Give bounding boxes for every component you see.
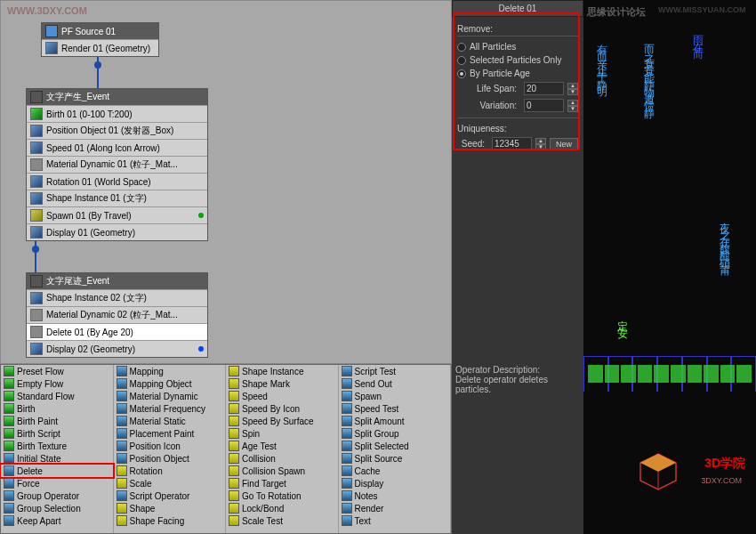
palette-op-collision[interactable]: Collision bbox=[226, 452, 338, 465]
op-icon bbox=[4, 490, 14, 501]
op-name: Scale bbox=[130, 479, 152, 489]
op-name: Split Amount bbox=[355, 417, 405, 426]
op-render[interactable]: Render 01 (Geometry) bbox=[42, 39, 158, 56]
palette-op-mapping-object[interactable]: Mapping Object bbox=[114, 377, 226, 390]
op-icon bbox=[117, 453, 127, 464]
palette-op-delete[interactable]: Delete bbox=[1, 465, 113, 477]
node-event1[interactable]: 文字产生_Event Birth 01 (0-100 T:200) Positi… bbox=[26, 88, 208, 241]
palette-op-split-amount[interactable]: Split Amount bbox=[339, 415, 451, 427]
palette-op-scale-test[interactable]: Scale Test bbox=[226, 514, 338, 527]
palette-op-standard-flow[interactable]: Standard Flow bbox=[1, 390, 113, 402]
node-canvas[interactable]: PF Source 01 Render 01 (Geometry) 文字产生_E… bbox=[0, 0, 452, 364]
palette-op-speed[interactable]: Speed bbox=[226, 390, 338, 402]
op-rotation[interactable]: Rotation 01 (World Space) bbox=[27, 173, 207, 190]
palette-op-keep-apart[interactable]: Keep Apart bbox=[1, 514, 113, 527]
palette-op-group-selection[interactable]: Group Selection bbox=[1, 502, 113, 514]
palette-op-initial-state[interactable]: Initial State bbox=[1, 452, 113, 465]
op-display[interactable]: Display 01 (Geometry) bbox=[27, 223, 207, 240]
op-icon bbox=[229, 515, 239, 526]
op-name: Shape bbox=[130, 504, 156, 514]
watermark: WWW.3DXY.COM bbox=[7, 5, 87, 16]
node-title[interactable]: 文字产生_Event bbox=[27, 89, 207, 105]
palette-op-birth-script[interactable]: Birth Script bbox=[1, 427, 113, 440]
op-icon bbox=[229, 453, 239, 464]
op-shape2[interactable]: Shape Instance 02 (文字) bbox=[27, 289, 207, 306]
op-icon bbox=[117, 503, 127, 514]
palette-op-mapping[interactable]: Mapping bbox=[114, 365, 226, 377]
op-name: Standard Flow bbox=[17, 392, 74, 401]
palette-op-preset-flow[interactable]: Preset Flow bbox=[1, 365, 113, 377]
palette-op-spin[interactable]: Spin bbox=[226, 427, 338, 440]
palette-op-force[interactable]: Force bbox=[1, 477, 113, 490]
palette-op-birth-texture[interactable]: Birth Texture bbox=[1, 440, 113, 452]
palette-op-collision-spawn[interactable]: Collision Spawn bbox=[226, 465, 338, 477]
palette-op-material-static[interactable]: Material Static bbox=[114, 415, 226, 427]
palette-op-shape-instance[interactable]: Shape Instance bbox=[226, 365, 338, 377]
palette-op-script-operator[interactable]: Script Operator bbox=[114, 490, 226, 502]
palette-op-go-to-rotation[interactable]: Go To Rotation bbox=[226, 490, 338, 502]
palette-op-scale[interactable]: Scale bbox=[114, 477, 226, 490]
output-dot[interactable] bbox=[198, 346, 204, 352]
palette-op-split-selected[interactable]: Split Selected bbox=[339, 440, 451, 452]
palette-op-split-source[interactable]: Split Source bbox=[339, 452, 451, 465]
palette-op-display[interactable]: Display bbox=[339, 477, 451, 490]
palette-op-rotation[interactable]: Rotation bbox=[114, 465, 226, 477]
palette-op-render[interactable]: Render bbox=[339, 502, 451, 514]
op-icon bbox=[342, 503, 352, 514]
palette-op-material-dynamic[interactable]: Material Dynamic bbox=[114, 390, 226, 402]
op-shape[interactable]: Shape Instance 01 (文字) bbox=[27, 190, 207, 206]
op-display2[interactable]: Display 02 (Geometry) bbox=[27, 340, 207, 357]
palette-op-group-operator[interactable]: Group Operator bbox=[1, 490, 113, 502]
node-event2[interactable]: 文字尾迹_Event Shape Instance 02 (文字) Materi… bbox=[26, 272, 208, 358]
output-dot[interactable] bbox=[198, 213, 204, 218]
op-material2[interactable]: Material Dynamic 02 (粒子_Mat... bbox=[27, 306, 207, 323]
palette-op-find-target[interactable]: Find Target bbox=[226, 477, 338, 490]
palette-op-speed-by-icon[interactable]: Speed By Icon bbox=[226, 402, 338, 415]
palette-op-text[interactable]: Text bbox=[339, 514, 451, 527]
op-delete[interactable]: Delete 01 (By Age 20) bbox=[27, 323, 207, 340]
viewport-3d[interactable]: 雨在而 有而亲止于静明 而之蓑蓑能静物遁馈静 夜之在馥酣硝莆 定安 3D学院 3… bbox=[583, 0, 756, 534]
palette-op-position-object[interactable]: Position Object bbox=[114, 452, 226, 465]
birth-icon bbox=[30, 108, 43, 120]
node-title-text: PF Source 01 bbox=[61, 27, 116, 36]
node-pf-source[interactable]: PF Source 01 Render 01 (Geometry) bbox=[41, 22, 159, 57]
palette-op-script-test[interactable]: Script Test bbox=[339, 365, 451, 377]
palette-op-shape-mark[interactable]: Shape Mark bbox=[226, 377, 338, 390]
event-icon bbox=[30, 275, 43, 287]
palette-op-notes[interactable]: Notes bbox=[339, 490, 451, 502]
operator-palette[interactable]: Preset FlowEmpty FlowStandard FlowBirthB… bbox=[0, 364, 452, 534]
op-name: Speed Test bbox=[355, 404, 399, 414]
display-icon bbox=[30, 343, 43, 355]
palette-op-split-group[interactable]: Split Group bbox=[339, 427, 451, 440]
palette-op-speed-test[interactable]: Speed Test bbox=[339, 402, 451, 415]
palette-op-shape[interactable]: Shape bbox=[114, 502, 226, 514]
op-name: Birth Paint bbox=[17, 417, 58, 426]
node-title[interactable]: 文字尾迹_Event bbox=[27, 273, 207, 289]
op-icon bbox=[117, 416, 127, 426]
op-icon bbox=[342, 378, 352, 389]
palette-op-position-icon[interactable]: Position Icon bbox=[114, 440, 226, 452]
palette-op-lock/bond[interactable]: Lock/Bond bbox=[226, 502, 338, 514]
palette-op-speed-by-surface[interactable]: Speed By Surface bbox=[226, 415, 338, 427]
op-label: Material Dynamic 01 (粒子_Mat... bbox=[46, 158, 178, 171]
palette-op-material-frequency[interactable]: Material Frequency bbox=[114, 402, 226, 415]
op-material[interactable]: Material Dynamic 01 (粒子_Mat... bbox=[27, 156, 207, 173]
palette-op-spawn[interactable]: Spawn bbox=[339, 390, 451, 402]
palette-op-shape-facing[interactable]: Shape Facing bbox=[114, 514, 226, 527]
palette-op-send-out[interactable]: Send Out bbox=[339, 377, 451, 390]
op-icon bbox=[4, 465, 14, 476]
op-speed[interactable]: Speed 01 (Along Icon Arrow) bbox=[27, 139, 207, 156]
palette-op-birth-paint[interactable]: Birth Paint bbox=[1, 415, 113, 427]
palette-op-empty-flow[interactable]: Empty Flow bbox=[1, 377, 113, 390]
palette-op-age-test[interactable]: Age Test bbox=[226, 440, 338, 452]
svg-marker-1 bbox=[640, 454, 676, 472]
palette-op-birth[interactable]: Birth bbox=[1, 402, 113, 415]
node-title[interactable]: PF Source 01 bbox=[42, 23, 158, 39]
palette-op-cache[interactable]: Cache bbox=[339, 465, 451, 477]
op-icon bbox=[342, 403, 352, 414]
palette-op-placement-paint[interactable]: Placement Paint bbox=[114, 427, 226, 440]
op-birth[interactable]: Birth 01 (0-100 T:200) bbox=[27, 105, 207, 122]
op-name: Split Selected bbox=[355, 441, 409, 451]
op-spawn[interactable]: Spawn 01 (By Travel) bbox=[27, 206, 207, 223]
op-position[interactable]: Position Object 01 (发射器_Box) bbox=[27, 122, 207, 139]
